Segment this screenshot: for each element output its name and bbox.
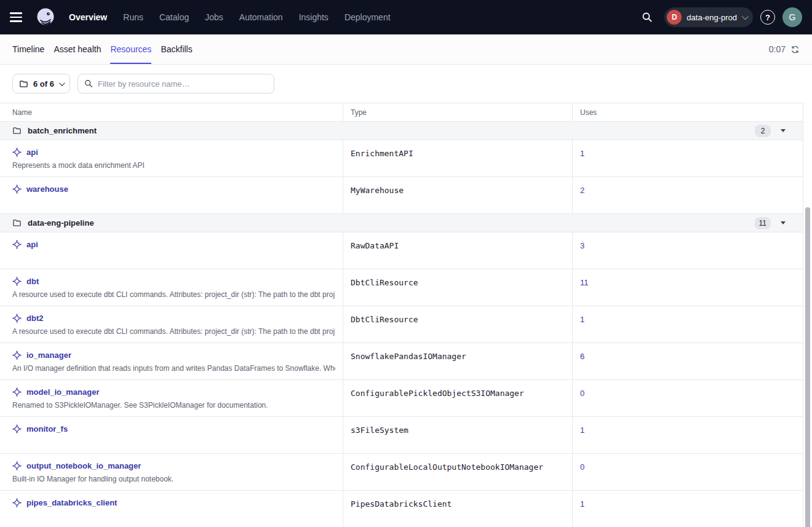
collapse-caret-icon[interactable] xyxy=(781,221,786,224)
resource-uses-link[interactable]: 2 xyxy=(580,184,584,195)
resource-uses-link[interactable]: 3 xyxy=(580,240,584,250)
refresh-timer: 0:07 xyxy=(769,44,800,54)
resource-type: PipesDatabricksClient xyxy=(351,498,565,509)
resource-count-filter[interactable]: 6 of 6 xyxy=(12,74,70,93)
resource-icon xyxy=(12,240,22,249)
resource-uses-link[interactable]: 0 xyxy=(580,387,584,398)
collapse-caret-icon[interactable] xyxy=(781,129,786,132)
table-header: Name Type Uses xyxy=(0,103,803,122)
scrollbar-thumb[interactable] xyxy=(805,207,810,527)
dagster-logo[interactable] xyxy=(33,5,58,30)
top-nav-right: D data-eng-prod ? G xyxy=(637,7,802,27)
resource-row: output_notebook_io_manager Built-in IO M… xyxy=(0,454,803,491)
resource-description: An I/O manager definition that reads inp… xyxy=(12,364,335,373)
resource-type: DbtCliResource xyxy=(351,314,565,324)
resource-row: pipes_databricks_client PipesDatabricksC… xyxy=(0,491,803,527)
help-icon[interactable]: ? xyxy=(760,10,775,25)
resource-row: warehouse MyWarehouse 2 xyxy=(0,177,803,214)
filter-row: 6 of 6 xyxy=(0,65,812,103)
folder-icon xyxy=(19,79,28,89)
workspace-switcher[interactable]: D data-eng-prod xyxy=(664,7,753,27)
resource-name-link[interactable]: api xyxy=(26,240,38,249)
col-header-type: Type xyxy=(343,103,572,121)
folder-icon xyxy=(12,126,22,135)
resource-type: s3FileSystem xyxy=(351,424,565,435)
resource-icon xyxy=(12,148,22,157)
resource-description: Renamed to S3PickleIOManager. See S3Pick… xyxy=(12,401,335,410)
group-count-badge: 11 xyxy=(755,217,771,229)
resource-description: A resource used to execute dbt CLI comma… xyxy=(12,290,335,299)
resource-row: api RawDataAPI 3 xyxy=(0,232,803,269)
resource-uses-link[interactable]: 6 xyxy=(580,351,584,361)
tab-asset-health[interactable]: Asset health xyxy=(54,34,101,64)
nav-item-automation[interactable]: Automation xyxy=(239,12,283,22)
resource-icon xyxy=(12,314,22,323)
resource-row: api Represents a mock data enrichment AP… xyxy=(0,140,803,177)
table-body: batch_enrichment 2 api Represents a mock… xyxy=(0,122,803,527)
tab-timeline[interactable]: Timeline xyxy=(12,34,44,64)
tab-backfills[interactable]: Backfills xyxy=(161,34,192,64)
resource-name-link[interactable]: io_manager xyxy=(26,351,71,360)
resource-type: ConfigurableLocalOutputNotebookIOManager xyxy=(351,461,565,472)
resource-uses-link[interactable]: 1 xyxy=(580,498,584,509)
resource-icon xyxy=(12,277,22,286)
resource-type: DbtCliResource xyxy=(351,277,565,287)
nav-item-insights[interactable]: Insights xyxy=(299,12,328,22)
refresh-countdown: 0:07 xyxy=(769,44,786,54)
resource-type: EnrichmentAPI xyxy=(351,148,565,158)
resource-name-link[interactable]: dbt2 xyxy=(26,314,43,323)
resource-row: monitor_fs s3FileSystem 1 xyxy=(0,417,803,454)
tabs: TimelineAsset healthResourcesBackfills xyxy=(12,34,193,64)
resource-icon xyxy=(12,387,22,397)
folder-icon xyxy=(12,218,22,228)
resource-icon xyxy=(12,351,22,360)
resource-uses-link[interactable]: 1 xyxy=(580,314,584,324)
resource-name-link[interactable]: output_notebook_io_manager xyxy=(26,461,141,470)
resource-name-link[interactable]: monitor_fs xyxy=(26,424,68,434)
hamburger-menu-icon[interactable] xyxy=(9,7,28,27)
resource-name-link[interactable]: model_io_manager xyxy=(26,387,100,397)
nav-item-runs[interactable]: Runs xyxy=(123,12,143,22)
refresh-icon[interactable] xyxy=(790,45,800,54)
col-header-name: Name xyxy=(0,103,343,121)
chevron-down-icon xyxy=(742,13,749,20)
nav-item-deployment[interactable]: Deployment xyxy=(344,12,391,22)
resource-uses-link[interactable]: 1 xyxy=(580,148,584,158)
resource-name-link[interactable]: warehouse xyxy=(26,184,68,194)
tab-resources[interactable]: Resources xyxy=(110,34,151,64)
nav-item-overview[interactable]: Overview xyxy=(69,12,107,22)
resource-row: model_io_manager Renamed to S3PickleIOMa… xyxy=(0,380,803,417)
resource-name-link[interactable]: dbt xyxy=(26,277,39,286)
resource-row: dbt2 A resource used to execute dbt CLI … xyxy=(0,306,803,343)
workspace-badge: D xyxy=(667,10,682,25)
nav-item-jobs[interactable]: Jobs xyxy=(205,12,223,22)
resource-uses-link[interactable]: 1 xyxy=(580,424,584,435)
resource-count-label: 6 of 6 xyxy=(33,79,54,89)
resource-row: dbt A resource used to execute dbt CLI c… xyxy=(0,269,803,306)
resource-group-row[interactable]: batch_enrichment 2 xyxy=(0,122,803,140)
vertical-scrollbar[interactable] xyxy=(803,205,812,527)
col-header-uses: Uses xyxy=(572,103,803,121)
chevron-down-icon xyxy=(59,80,65,86)
resource-uses-link[interactable]: 11 xyxy=(580,277,589,287)
resource-uses-link[interactable]: 0 xyxy=(580,461,584,472)
resource-description: Built-in IO Manager for handling output … xyxy=(12,475,335,483)
search-icon[interactable] xyxy=(637,7,657,27)
resource-name-link[interactable]: pipes_databricks_client xyxy=(26,498,117,507)
resource-icon xyxy=(12,498,22,507)
resource-name-link[interactable]: api xyxy=(26,148,38,157)
group-count-badge: 2 xyxy=(755,125,771,137)
group-name: data-eng-pipeline xyxy=(28,218,94,228)
user-avatar[interactable]: G xyxy=(782,7,802,27)
resource-description: A resource used to execute dbt CLI comma… xyxy=(12,327,335,336)
resource-icon xyxy=(12,461,22,470)
resource-icon xyxy=(12,424,22,434)
resource-description: Represents a mock data enrichment API xyxy=(12,161,335,170)
filter-input[interactable] xyxy=(98,79,268,89)
top-nav: OverviewRunsCatalogJobsAutomationInsight… xyxy=(0,0,812,34)
resource-group-row[interactable]: data-eng-pipeline 11 xyxy=(0,214,803,232)
nav-item-catalog[interactable]: Catalog xyxy=(159,12,189,22)
resource-type: ConfigurablePickledObjectS3IOManager xyxy=(351,387,565,398)
tab-bar: TimelineAsset healthResourcesBackfills 0… xyxy=(0,34,812,65)
resource-icon xyxy=(12,184,22,194)
